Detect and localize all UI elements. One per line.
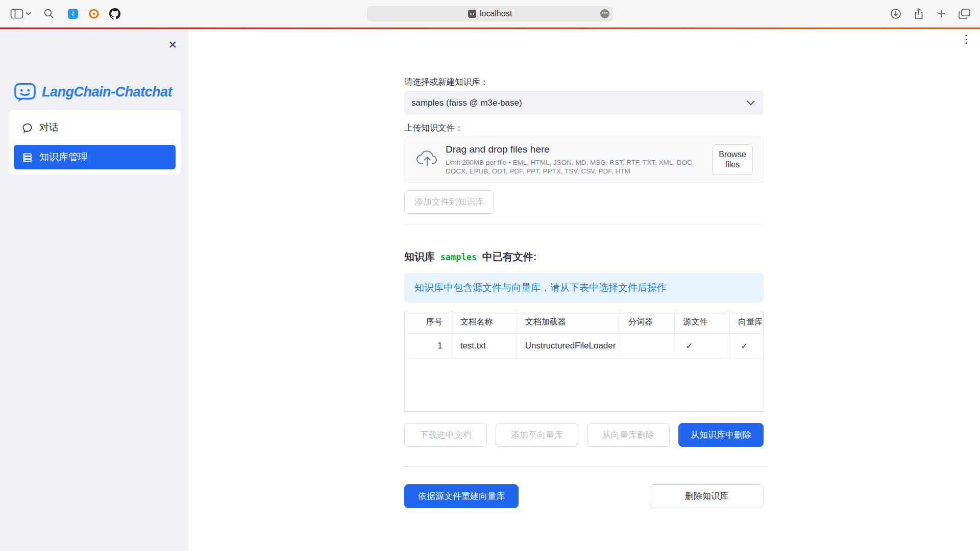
main-content: 请选择或新建知识库： samples (faiss @ m3e-base) 上传… (404, 29, 764, 508)
sidebar-item-dialogue[interactable]: 对话 (14, 115, 176, 140)
divider (404, 466, 764, 467)
knowledge-base-icon (22, 152, 33, 163)
app-logo-text: LangChain-Chatchat (42, 84, 172, 100)
add-to-vector-store-button[interactable]: 添加至向量库 (496, 423, 578, 447)
upload-label: 上传知识文件： (404, 123, 764, 132)
download-selected-button[interactable]: 下载选中文档 (404, 423, 487, 447)
address-bar[interactable]: localhost ⋯ (367, 6, 613, 21)
kb-files-table[interactable]: 序号 文档名称 文档加载器 分词器 源文件 向量库 1 test.txt Uns… (404, 311, 764, 412)
share-icon[interactable] (914, 8, 924, 20)
delete-from-kb-button[interactable]: 从知识库中删除 (678, 423, 764, 447)
kb-files-heading-prefix: 知识库 (404, 251, 435, 262)
app-menu-icon[interactable]: ⋮ (961, 34, 972, 45)
info-banner-text: 知识库中包含源文件与向量库，请从下表中选择文件后操作 (414, 281, 667, 294)
cell-filename[interactable]: test.txt (452, 333, 517, 359)
sidebar-nav: 对话 知识库管理 (9, 110, 181, 174)
sidebar-item-label: 对话 (39, 121, 59, 134)
site-favicon (468, 10, 476, 18)
delete-kb-button[interactable]: 删除知识库 (650, 484, 764, 508)
sidebar-item-label: 知识库管理 (39, 151, 88, 164)
app-logo: LangChain-Chatchat (13, 80, 172, 104)
extension-icon-orange-ring[interactable] (88, 8, 100, 19)
sidebar: ✕ LangChain-Chatchat 对话 (0, 29, 188, 551)
browser-toolbar: localhost ⋯ (0, 0, 980, 28)
uploader-limit: Limit 200MB per file • EML, HTML, JSON, … (446, 158, 705, 176)
file-actions: 下载选中文档 添加至向量库 从向量库删除 从知识库中删除 (404, 423, 764, 447)
cell-splitter[interactable] (620, 333, 675, 359)
kb-name-code: samples (438, 252, 480, 262)
rebuild-vector-store-button[interactable]: 依据源文件重建向量库 (404, 484, 519, 508)
browse-files-button[interactable]: Browse files (712, 144, 753, 175)
kb-select-value: samples (faiss @ m3e-base) (411, 98, 746, 108)
table-empty-area (405, 359, 763, 411)
remove-from-vector-store-button[interactable]: 从向量库删除 (587, 423, 670, 447)
page-options-icon[interactable]: ⋯ (600, 9, 609, 18)
cloud-upload-icon (414, 150, 437, 169)
col-header-filename[interactable]: 文档名称 (452, 311, 517, 333)
app-logo-icon (13, 80, 37, 104)
add-files-to-kb-button[interactable]: 添加文件到知识库 (404, 190, 494, 214)
search-icon[interactable] (43, 8, 54, 19)
new-tab-icon[interactable] (936, 9, 946, 19)
uploader-title: Drag and drop files here (446, 144, 705, 155)
sidebar-item-kb-management[interactable]: 知识库管理 (14, 145, 176, 169)
downloads-icon[interactable] (890, 8, 901, 19)
kb-files-heading-suffix: 中已有文件: (482, 251, 537, 262)
chevron-down-icon (746, 100, 755, 106)
cell-vector-store-check[interactable]: ✓ (730, 333, 763, 359)
kb-select-label: 请选择或新建知识库： (404, 78, 764, 86)
uploader-texts: Drag and drop files here Limit 200MB per… (446, 144, 712, 176)
file-uploader-dropzone[interactable]: Drag and drop files here Limit 200MB per… (404, 136, 764, 183)
divider (404, 224, 764, 224)
col-header-vector-store[interactable]: 向量库 (730, 311, 763, 333)
col-header-loader[interactable]: 文档加载器 (517, 311, 620, 333)
github-icon[interactable] (109, 8, 120, 19)
col-header-index[interactable]: 序号 (405, 311, 452, 333)
col-header-source-file[interactable]: 源文件 (675, 311, 730, 333)
cell-loader[interactable]: UnstructuredFileLoader (517, 333, 620, 359)
tab-overview-icon[interactable] (959, 8, 971, 19)
info-banner: 知识库中包含源文件与向量库，请从下表中选择文件后操作 (404, 273, 764, 303)
sidebar-toggle-chevron-icon[interactable] (26, 12, 31, 15)
table-row[interactable]: 1 test.txt UnstructuredFileLoader ✓ ✓ (405, 333, 763, 359)
col-header-splitter[interactable]: 分词器 (620, 311, 675, 333)
sidebar-toggle-icon[interactable] (10, 8, 23, 19)
extension-icon-blue[interactable] (67, 8, 79, 19)
kb-actions: 依据源文件重建向量库 删除知识库 (404, 484, 764, 508)
address-url: localhost (480, 9, 512, 18)
chat-bubble-icon (22, 122, 33, 133)
sidebar-close-icon[interactable]: ✕ (168, 39, 177, 50)
kb-files-heading: 知识库 samples 中已有文件: (404, 250, 764, 264)
kb-select[interactable]: samples (faiss @ m3e-base) (404, 91, 764, 115)
table-header-row: 序号 文档名称 文档加载器 分词器 源文件 向量库 (405, 311, 763, 333)
cell-source-file-check[interactable]: ✓ (675, 333, 730, 359)
cell-index[interactable]: 1 (405, 333, 452, 359)
